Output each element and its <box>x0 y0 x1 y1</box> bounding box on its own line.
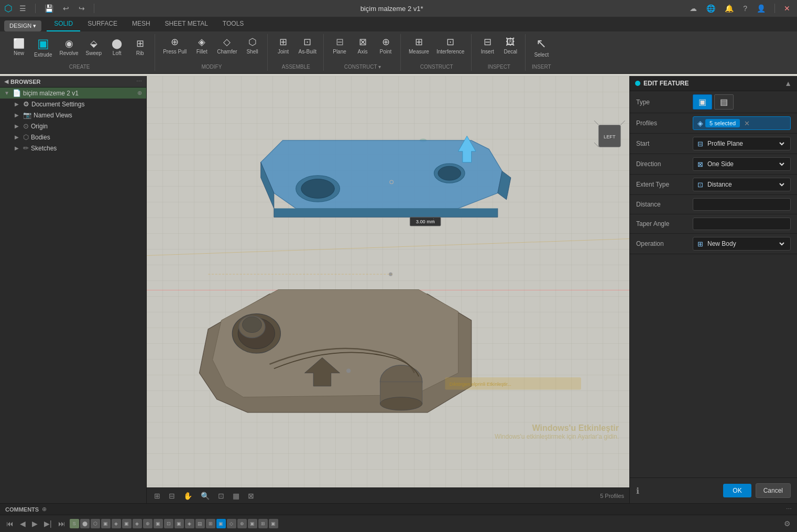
status-grid-icon[interactable]: ▦ <box>231 491 242 501</box>
tab-surface[interactable]: SURFACE <box>80 17 125 31</box>
timeline-next-button[interactable]: ▶| <box>42 518 54 529</box>
tree-item-namedviews[interactable]: ▶ 📷 Named Views <box>0 110 146 121</box>
timeline-item-13[interactable]: ▤ <box>195 519 205 528</box>
inspect-measure[interactable]: ⊞Measure <box>406 34 432 57</box>
timeline-item-5[interactable]: ◈ <box>112 519 121 528</box>
timeline-end-button[interactable]: ⏭ <box>56 518 68 529</box>
timeline-item-2[interactable]: ⬤ <box>80 519 90 528</box>
timeline-item-16[interactable]: ◇ <box>227 519 236 528</box>
ef-operation-value[interactable]: ⊞ New Body <box>693 237 791 251</box>
modify-fillet[interactable]: ◈Fillet <box>191 34 212 57</box>
ef-direction-value[interactable]: ⊠ One Side <box>693 157 791 171</box>
timeline-item-17[interactable]: ⊕ <box>237 519 247 528</box>
timeline-item-6[interactable]: ▣ <box>122 519 132 528</box>
modify-presspull[interactable]: ⊕Press Pull <box>160 34 189 57</box>
insert-decal[interactable]: 🖼Decal <box>500 35 521 57</box>
modify-chamfer[interactable]: ◇Chamfer <box>214 34 239 57</box>
tab-tools[interactable]: TOOLS <box>215 17 251 31</box>
create-new-component[interactable]: ⬜New <box>8 36 29 58</box>
ef-profiles-value[interactable]: ◈ 5 selected ✕ <box>693 116 791 130</box>
timeline-item-1[interactable]: S <box>70 519 79 528</box>
timeline-item-14[interactable]: ⊞ <box>206 519 215 528</box>
help-button[interactable]: ? <box>740 3 750 14</box>
create-rib[interactable]: ⊞Rib <box>129 36 150 58</box>
ef-start-value[interactable]: ⊟ Profile Plane <box>693 137 791 150</box>
insert-insert[interactable]: ⊟Insert <box>477 34 498 57</box>
ef-ok-button[interactable]: OK <box>723 484 751 497</box>
status-zoom-icon[interactable]: 🔍 <box>199 491 212 501</box>
ef-type-btn2[interactable]: ▤ <box>714 94 734 110</box>
timeline-item-11[interactable]: ▣ <box>174 519 184 528</box>
timeline-item-9[interactable]: ▣ <box>154 519 163 528</box>
ef-collapse-icon[interactable]: ▲ <box>784 79 792 88</box>
tab-sheetmetal[interactable]: SHEET METAL <box>158 17 215 31</box>
timeline-item-19[interactable]: ⊞ <box>258 519 268 528</box>
timeline-prev-button[interactable]: ◀ <box>18 518 28 529</box>
status-view-icon[interactable]: ⊡ <box>216 491 226 501</box>
status-pan-icon[interactable]: ✋ <box>181 491 194 501</box>
timeline-item-7[interactable]: ◈ <box>133 519 142 528</box>
ef-direction-select[interactable]: One Side <box>705 160 786 168</box>
timeline-play-button[interactable]: ▶ <box>30 518 40 529</box>
tree-item-sketches[interactable]: ▶ ✏ Sketches <box>0 143 146 154</box>
ef-taper-input[interactable]: 0.0 deg <box>697 220 786 227</box>
menu-button[interactable]: ☰ <box>17 3 29 14</box>
timeline-item-12[interactable]: ◈ <box>185 519 194 528</box>
cloud-button[interactable]: ☁ <box>687 3 700 14</box>
create-revolve[interactable]: ◉Revolve <box>57 36 81 58</box>
status-display-icon[interactable]: ⊠ <box>246 491 256 501</box>
modify-shell[interactable]: ⬡Shell <box>242 34 263 57</box>
tab-solid[interactable]: SOLID <box>47 17 80 31</box>
ef-extent-select[interactable]: Distance <box>705 180 786 189</box>
ef-distance-input[interactable]: 3.00 mm <box>697 201 786 208</box>
ef-profiles-clear[interactable]: ✕ <box>744 120 750 127</box>
globe-button[interactable]: 🌐 <box>704 3 718 14</box>
tree-item-root[interactable]: ▼ 📄 biçim malzeme 2 v1 ⊕ <box>0 88 146 99</box>
inspect-interference[interactable]: ⊡Interference <box>434 34 467 57</box>
construct-point[interactable]: ⊕Point <box>375 34 396 57</box>
assemble-asbuilt[interactable]: ⊡As-Built <box>296 34 319 57</box>
timeline-item-20[interactable]: ▣ <box>269 519 278 528</box>
tab-mesh[interactable]: MESH <box>125 17 158 31</box>
create-loft[interactable]: ⬤Loft <box>106 36 127 58</box>
assemble-joint[interactable]: ⊞Joint <box>273 34 294 57</box>
ef-cancel-button[interactable]: Cancel <box>756 483 791 498</box>
timeline-item-4[interactable]: ▣ <box>101 519 111 528</box>
timeline-start-button[interactable]: ⏮ <box>4 518 16 529</box>
select-button[interactable]: ↖Select <box>531 34 552 60</box>
construct-axis[interactable]: ⊠Axis <box>352 34 373 57</box>
save-button[interactable]: 💾 <box>42 3 56 14</box>
viewport[interactable]: 3.00 mm ⋮ LEFT Diktörgen elprinli Etkinl… <box>147 76 629 503</box>
tree-item-bodies[interactable]: ▶ ⬡ Bodies <box>0 132 146 143</box>
timeline-item-10[interactable]: ⊡ <box>164 519 173 528</box>
browser-options-icon[interactable]: ⋯ <box>136 78 142 85</box>
status-home-icon[interactable]: ⊞ <box>152 491 162 501</box>
ef-distance-value[interactable]: 3.00 mm <box>693 198 791 211</box>
tree-item-docsettings[interactable]: ▶ ⚙ Document Settings <box>0 99 146 110</box>
collapse-browser-icon[interactable]: ◀ <box>4 78 8 85</box>
undo-button[interactable]: ↩ <box>60 3 72 14</box>
timeline-item-8[interactable]: ⊕ <box>143 519 152 528</box>
create-sweep[interactable]: ⬙Sweep <box>83 36 105 58</box>
timeline-item-15[interactable]: ▣ <box>216 519 226 528</box>
create-extrude[interactable]: ▣Extrude <box>31 34 54 60</box>
redo-button[interactable]: ↪ <box>76 3 88 14</box>
ef-type-btn1[interactable]: ▣ <box>693 94 712 110</box>
notify-button[interactable]: 🔔 <box>722 3 736 14</box>
ef-start-select[interactable]: Profile Plane <box>705 139 786 148</box>
timeline-item-18[interactable]: ▣ <box>248 519 257 528</box>
close-button[interactable]: ✕ <box>781 3 793 14</box>
tree-item-origin[interactable]: ▶ ⊙ Origin <box>0 121 146 132</box>
design-dropdown[interactable]: DESIGN ▾ <box>4 20 41 31</box>
timeline-settings-icon[interactable]: ⚙ <box>782 518 793 529</box>
ef-extent-value[interactable]: ⊡ Distance <box>693 178 791 191</box>
ef-operation-select[interactable]: New Body <box>705 240 786 248</box>
comments-expand-icon[interactable]: ⊕ <box>42 506 47 513</box>
comments-options-icon[interactable]: ⋯ <box>786 506 792 513</box>
status-camera-icon[interactable]: ⊟ <box>167 491 177 501</box>
account-button[interactable]: 👤 <box>754 3 768 14</box>
timeline-item-3[interactable]: ⬡ <box>91 519 100 528</box>
construct-plane[interactable]: ⊟Plane <box>329 34 350 57</box>
ef-info-icon[interactable]: ℹ <box>636 486 639 496</box>
ef-taper-value[interactable]: 0.0 deg <box>693 218 791 230</box>
